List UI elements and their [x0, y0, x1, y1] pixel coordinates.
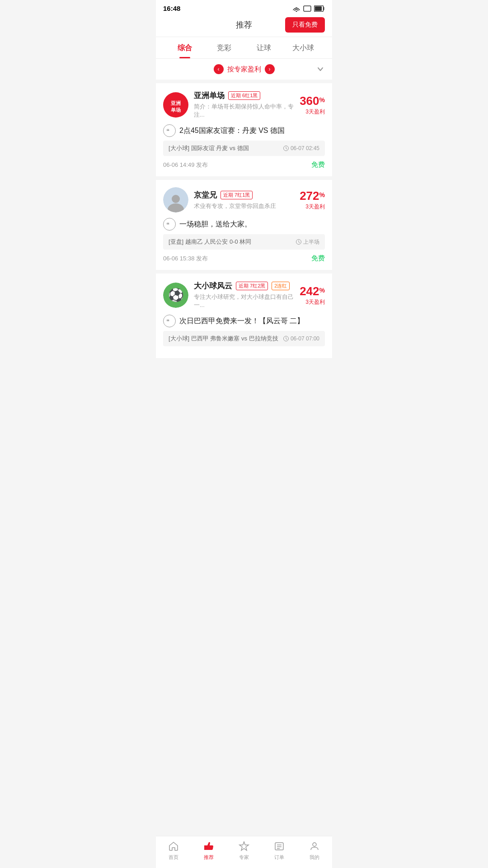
post-publish-time-2: 06-06 15:38 发布 [163, 255, 208, 263]
card-2: 京堂兄 近期 7红1黑 术业有专攻，京堂带你回血杀庄 272% 3天盈利 ❝ 一… [156, 180, 332, 270]
svg-point-15 [313, 843, 316, 846]
post-title-3[interactable]: 次日巴西甲免费来一发！【风云哥 二】 [179, 316, 304, 326]
clock-icon-2 [296, 239, 301, 245]
card-1: 亚洲单场 亚洲单场 近期 6红1黑 简介：单场哥长期保持惊人命中率，专注... … [156, 83, 332, 176]
nav-label-home: 首页 [169, 854, 178, 861]
post-free-1: 免费 [311, 160, 325, 169]
expert-row-2[interactable]: 京堂兄 近期 7红1黑 术业有专攻，京堂带你回血杀庄 272% 3天盈利 [163, 187, 325, 212]
status-icons [292, 5, 325, 12]
post-quote-icon-1: ❝ [163, 124, 176, 137]
expert-info-1: 亚洲单场 近期 6红1黑 简介：单场哥长期保持惊人命中率，专注... [194, 90, 300, 119]
sort-left-arrow[interactable]: ‹ [214, 64, 224, 74]
wifi-icon [292, 5, 300, 12]
header: 推荐 只看免费 [156, 15, 332, 37]
tab-大小球[interactable]: 大小球 [284, 37, 324, 58]
svg-text:❝: ❝ [166, 222, 169, 227]
sort-dropdown-button[interactable] [316, 65, 325, 74]
expert-info-3: 大小球风云 近期 7红2黑 2连红 专注大小球研究，对大小球盘口有自己一... [194, 281, 300, 309]
post-title-2[interactable]: 一场稳胆，送给大家。 [179, 220, 252, 229]
nav-item-orders[interactable]: 订单 [273, 840, 286, 861]
post-meta-left-2: [亚盘] 越南乙 人民公安 0-0 林同 [169, 238, 251, 246]
home-icon [167, 840, 180, 853]
avatar-3: ⚽ [163, 283, 188, 308]
expert-badge-streak-3: 2连红 [272, 282, 290, 290]
post-meta-left-1: [大小球] 国际友谊 丹麦 vs 德国 [169, 144, 249, 152]
clock-icon-3 [283, 336, 289, 341]
avatar-1: 亚洲单场 [163, 92, 188, 118]
expert-desc-2: 术业有专攻，京堂带你回血杀庄 [194, 202, 300, 210]
battery-icon [314, 5, 325, 12]
svg-point-6 [168, 203, 184, 212]
tab-让球[interactable]: 让球 [244, 37, 284, 58]
profit-num-3: 242 [300, 284, 319, 298]
post-title-1[interactable]: 2点45国家友谊赛：丹麦 VS 德国 [179, 126, 285, 136]
nav-item-recommend[interactable]: 推荐 [202, 840, 215, 861]
clock-icon-1 [283, 146, 289, 151]
post-title-row-2: ❝ 一场稳胆，送给大家。 [163, 218, 325, 231]
profit-num-2: 272 [300, 189, 319, 203]
expert-row-1[interactable]: 亚洲单场 亚洲单场 近期 6红1黑 简介：单场哥长期保持惊人命中率，专注... … [163, 90, 325, 119]
profit-num-1: 360 [300, 94, 319, 108]
svg-point-5 [172, 195, 180, 203]
expert-badge-1: 近期 6红1黑 [228, 91, 260, 100]
post-time-badge-2: 上半场 [303, 238, 319, 246]
expert-name-row-2: 京堂兄 近期 7红1黑 [194, 190, 300, 200]
post-meta-right-1: 06-07 02:45 [283, 145, 319, 151]
post-free-2: 免费 [311, 254, 325, 263]
post-publish-time-1: 06-06 14:49 发布 [163, 161, 208, 169]
bottom-nav: 首页 推荐 专家 订单 我的 [156, 836, 332, 868]
expert-badge-3: 近期 7红2黑 [236, 282, 268, 290]
post-meta-left-3: [大小球] 巴西甲 弗鲁米嫩塞 vs 巴拉纳竞技 [169, 335, 278, 343]
expert-row-3[interactable]: ⚽ 大小球风云 近期 7红2黑 2连红 专注大小球研究，对大小球盘口有自己一..… [163, 281, 325, 309]
expert-info-2: 京堂兄 近期 7红1黑 术业有专攻，京堂带你回血杀庄 [194, 190, 300, 210]
nav-item-home[interactable]: 首页 [167, 840, 180, 861]
tabs: 综合 竞彩 让球 大小球 [156, 37, 332, 59]
post-quote-icon-3: ❝ [163, 315, 176, 327]
expert-desc-3: 专注大小球研究，对大小球盘口有自己一... [194, 293, 300, 309]
post-meta-right-2: 上半场 [296, 238, 319, 246]
svg-text:❝: ❝ [166, 318, 169, 324]
profit-label-2: 3天盈利 [300, 203, 325, 211]
expert-badge-2: 近期 7红1黑 [221, 191, 253, 199]
expert-profit-2: 272% 3天盈利 [300, 189, 325, 211]
user-icon [308, 840, 321, 853]
status-time: 16:48 [163, 5, 180, 12]
list-icon [273, 840, 286, 853]
filter-free-button[interactable]: 只看免费 [285, 17, 325, 33]
sort-right-arrow[interactable]: › [265, 64, 275, 74]
card-3: ⚽ 大小球风云 近期 7红2黑 2连红 专注大小球研究，对大小球盘口有自己一..… [156, 274, 332, 358]
post-meta-2: [亚盘] 越南乙 人民公安 0-0 林同 上半场 [163, 234, 325, 250]
nav-label-expert: 专家 [239, 854, 249, 861]
post-quote-icon-2: ❝ [163, 218, 176, 231]
post-title-row-1: ❝ 2点45国家友谊赛：丹麦 VS 德国 [163, 124, 325, 137]
tab-综合[interactable]: 综合 [165, 37, 205, 58]
nav-item-mine[interactable]: 我的 [308, 840, 321, 861]
expert-name-row-3: 大小球风云 近期 7红2黑 2连红 [194, 281, 300, 291]
expert-profit-1: 360% 3天盈利 [300, 94, 325, 116]
nav-label-mine: 我的 [310, 854, 319, 861]
expert-name-row-1: 亚洲单场 近期 6红1黑 [194, 90, 300, 101]
post-meta-1: [大小球] 国际友谊 丹麦 vs 德国 06-07 02:45 [163, 141, 325, 156]
expert-name-3: 大小球风云 [194, 281, 232, 291]
nav-item-expert[interactable]: 专家 [238, 840, 250, 861]
post-footer-2: 06-06 15:38 发布 免费 [163, 254, 325, 263]
tab-竞彩[interactable]: 竞彩 [205, 37, 244, 58]
avatar-2 [163, 187, 188, 212]
svg-rect-2 [315, 6, 322, 11]
post-meta-3: [大小球] 巴西甲 弗鲁米嫩塞 vs 巴拉纳竞技 06-07 07:00 [163, 331, 325, 346]
post-time-badge-1: 06-07 02:45 [291, 145, 319, 151]
profit-label-3: 3天盈利 [300, 298, 325, 306]
expert-name-1: 亚洲单场 [194, 90, 225, 101]
chevron-down-icon [316, 65, 325, 74]
post-time-badge-3: 06-07 07:00 [291, 335, 319, 342]
nav-label-recommend: 推荐 [204, 854, 214, 861]
sort-text: 按专家盈利 [227, 65, 261, 74]
expert-desc-1: 简介：单场哥长期保持惊人命中率，专注... [194, 103, 300, 119]
page-title: 推荐 [236, 19, 252, 30]
expert-name-2: 京堂兄 [194, 190, 217, 200]
post-footer-1: 06-06 14:49 发布 免费 [163, 160, 325, 169]
sort-bar-content[interactable]: ‹ 按专家盈利 › [214, 64, 275, 74]
expert-profit-3: 242% 3天盈利 [300, 284, 325, 306]
profit-label-1: 3天盈利 [300, 108, 325, 116]
status-bar: 16:48 [156, 0, 332, 15]
